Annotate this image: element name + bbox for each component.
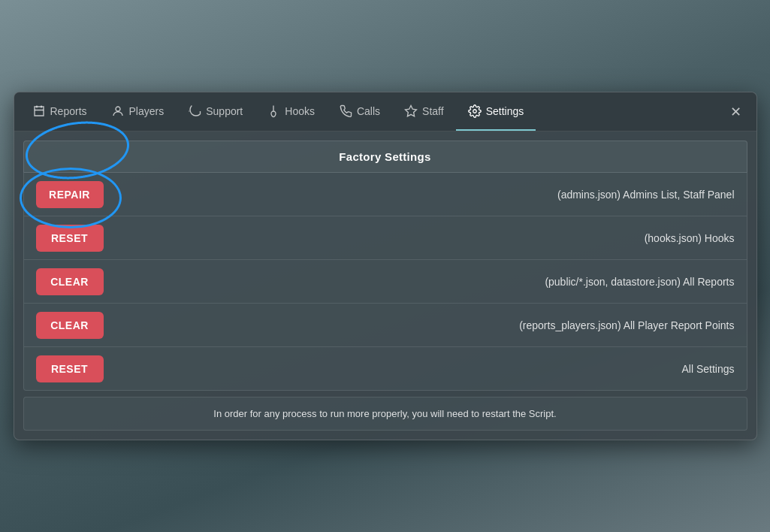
- reset-button-1[interactable]: RESET: [36, 225, 104, 252]
- tab-staff[interactable]: Staff: [392, 92, 456, 131]
- svg-point-1: [116, 107, 120, 111]
- row-description-0: (admins.json) Admins List, Staff Panel: [557, 189, 735, 201]
- setting-row-4: RESETAll Settings: [23, 347, 747, 391]
- reports-icon: [32, 104, 46, 118]
- setting-row-1: RESET(hooks.json) Hooks: [23, 216, 747, 260]
- close-button[interactable]: ✕: [721, 99, 750, 125]
- row-description-1: (hooks.json) Hooks: [645, 232, 735, 244]
- staff-label: Staff: [422, 105, 444, 117]
- tab-bar: Reports Players Support Hooks Calls Staf…: [14, 92, 756, 131]
- tab-calls[interactable]: Calls: [327, 92, 392, 131]
- calls-icon: [339, 104, 352, 118]
- support-label: Support: [206, 105, 243, 117]
- row-description-4: All Settings: [681, 363, 734, 375]
- clear-button-3[interactable]: CLEAR: [36, 312, 104, 339]
- section-header: Factory Settings: [23, 141, 747, 173]
- players-icon: [111, 104, 125, 118]
- tab-reports[interactable]: Reports: [20, 92, 99, 131]
- hooks-label: Hooks: [285, 105, 315, 117]
- setting-row-3: CLEAR(reports_players.json) All Player R…: [23, 304, 747, 347]
- support-icon: [188, 104, 201, 118]
- svg-point-2: [473, 109, 476, 113]
- setting-row-0: REPAIR(admins.json) Admins List, Staff P…: [23, 173, 747, 216]
- row-description-3: (reports_players.json) All Player Report…: [519, 319, 734, 331]
- content-area: Factory Settings REPAIR(admins.json) Adm…: [14, 131, 756, 440]
- row-description-2: (public/*.json, datastore.json) All Repo…: [545, 276, 734, 288]
- info-bar: In order for any process to run more pro…: [23, 397, 747, 431]
- settings-icon: [468, 104, 482, 118]
- settings-rows: REPAIR(admins.json) Admins List, Staff P…: [23, 173, 747, 391]
- tab-settings[interactable]: Settings: [456, 92, 536, 131]
- tab-players[interactable]: Players: [99, 92, 177, 131]
- players-label: Players: [129, 105, 165, 117]
- main-window: Reports Players Support Hooks Calls Staf…: [14, 92, 757, 440]
- tab-hooks[interactable]: Hooks: [255, 92, 327, 131]
- reports-label: Reports: [50, 105, 87, 117]
- hooks-icon: [267, 104, 280, 118]
- calls-label: Calls: [357, 105, 380, 117]
- tab-support[interactable]: Support: [176, 92, 255, 131]
- setting-row-2: CLEAR(public/*.json, datastore.json) All…: [23, 260, 747, 304]
- repair-button-0[interactable]: REPAIR: [36, 181, 104, 208]
- repair-circle-wrapper: REPAIR: [36, 181, 104, 208]
- staff-icon: [404, 104, 418, 118]
- reset-button-4[interactable]: RESET: [36, 355, 104, 382]
- settings-label: Settings: [486, 105, 524, 117]
- clear-button-2[interactable]: CLEAR: [36, 268, 104, 295]
